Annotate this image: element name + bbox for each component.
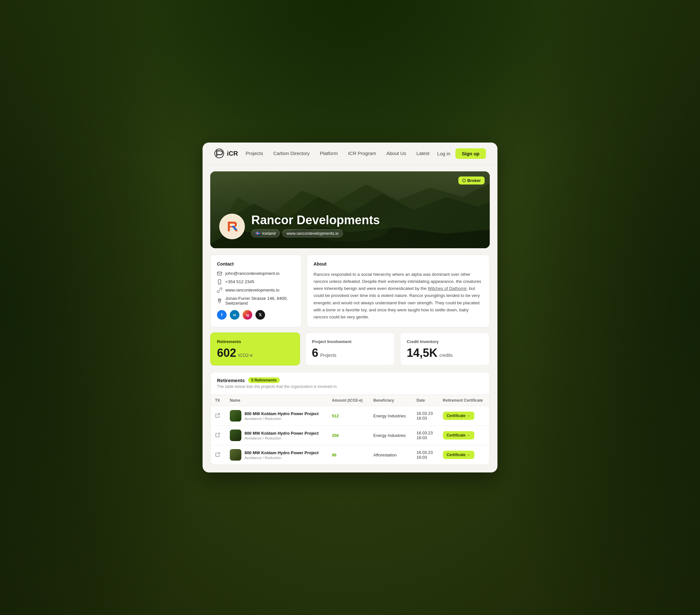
company-info: Rancor Developments 🇮🇸 Iceland www.ranco…: [251, 214, 380, 238]
project-type-3: Avoidance / Reduction: [245, 456, 318, 460]
phone-icon: [217, 279, 222, 284]
logo-icon: [214, 148, 224, 158]
facebook-icon[interactable]: f: [217, 310, 227, 320]
info-grid: Contact john@rancordevelopment.io +354 5…: [210, 255, 490, 328]
nav-latest[interactable]: Latest: [416, 151, 429, 156]
projects-label: Project Involvement: [312, 339, 388, 344]
email-icon: [217, 271, 222, 276]
projects-unit: Projects: [320, 353, 337, 358]
linkedin-icon[interactable]: in: [230, 310, 239, 320]
projects-number: 6: [312, 347, 318, 359]
amount-1: 512: [327, 406, 368, 426]
login-button[interactable]: Log in: [437, 151, 450, 156]
beneficiary-3: Afforestation: [369, 445, 412, 465]
location-tag: 🇮🇸 Iceland: [251, 229, 280, 238]
certificate-cell-3: Certificate →: [438, 445, 489, 465]
twitter-x-icon[interactable]: 𝕏: [255, 310, 265, 320]
certificate-cell-2: Certificate →: [438, 426, 489, 445]
hero-content: Rancor Developments 🇮🇸 Iceland www.ranco…: [219, 214, 380, 239]
certificate-cell-1: Certificate →: [438, 406, 489, 426]
social-icons: f in ig 𝕏: [217, 310, 295, 320]
date-1: 16.03.2316:03: [412, 406, 438, 426]
date-3: 16.03.2316:03: [412, 445, 438, 465]
col-certificate: Retirement Certificate: [438, 395, 489, 406]
navbar: iCR Projects Carbon Directory Platform I…: [202, 142, 498, 165]
table-body: 800 MW Koldam Hydro Power Project Avoida…: [211, 406, 489, 465]
project-type-1: Avoidance / Reduction: [245, 417, 318, 421]
about-card: About Rancors responded to a social hier…: [307, 255, 490, 328]
nav-icr-program[interactable]: ICR Program: [348, 151, 376, 156]
external-link-icon[interactable]: [215, 413, 220, 418]
signup-button[interactable]: Sign up: [455, 148, 486, 159]
svg-point-3: [217, 155, 217, 156]
location-icon: [217, 298, 222, 303]
col-date: Date: [412, 395, 438, 406]
hero-section: ⬡ Broker Rancor Developments 🇮🇸 Iceland: [210, 171, 490, 248]
credits-value: 14,5K credits: [407, 347, 483, 359]
amount-3: 96: [327, 445, 368, 465]
about-title: About: [313, 261, 483, 267]
nav-projects[interactable]: Projects: [246, 151, 263, 156]
contact-card: Contact john@rancordevelopment.io +354 5…: [210, 255, 302, 328]
retirements-number: 602: [217, 347, 236, 359]
broker-icon: ⬡: [462, 178, 466, 183]
col-name: Name: [225, 395, 327, 406]
company-avatar: [219, 214, 245, 239]
credits-stat: Credit Inventory 14,5K credits: [400, 333, 490, 366]
svg-point-13: [219, 299, 220, 301]
col-beneficiary: Beneficiary: [369, 395, 412, 406]
project-cell-3: 800 MW Koldam Hydro Power Project Avoida…: [225, 445, 327, 465]
tx-cell-3: [211, 445, 225, 465]
nav-carbon-directory[interactable]: Carbon Directory: [273, 151, 310, 156]
iceland-flag: 🇮🇸: [255, 231, 261, 236]
retirements-value: 602 tCO2-e: [217, 347, 293, 359]
retirements-section: Retirements 5 Retirements The table belo…: [210, 372, 490, 465]
credits-label: Credit Inventory: [407, 339, 483, 344]
website-tag[interactable]: www.rancordevelopments.io: [283, 229, 343, 238]
about-text: Rancors responded to a social hierarchy …: [313, 271, 483, 321]
beneficiary-2: Energy Industries: [369, 426, 412, 445]
nav-platform[interactable]: Platform: [320, 151, 338, 156]
contact-phone: +354 512 2345: [217, 279, 295, 284]
projects-value: 6 Projects: [312, 347, 388, 359]
table-head: TX Name Amount (tCO2-e) Beneficiary Date…: [211, 395, 489, 406]
retirements-title: Retirements: [217, 377, 245, 383]
project-cell-1: 800 MW Koldam Hydro Power Project Avoida…: [225, 406, 327, 426]
certificate-button-3[interactable]: Certificate →: [443, 451, 474, 459]
external-link-icon[interactable]: [215, 452, 220, 457]
col-tx: TX: [211, 395, 225, 406]
nav-actions: Log in Sign up: [437, 148, 486, 159]
instagram-icon[interactable]: ig: [242, 310, 252, 320]
tx-cell-2: [211, 426, 225, 445]
company-name: Rancor Developments: [251, 214, 380, 227]
retirements-title-row: Retirements 5 Retirements: [217, 377, 483, 383]
retirements-header: Retirements 5 Retirements The table belo…: [211, 372, 489, 395]
nav-about-us[interactable]: About Us: [386, 151, 406, 156]
col-amount: Amount (tCO2-e): [327, 395, 368, 406]
credits-number: 14,5K: [407, 347, 438, 359]
svg-rect-10: [217, 272, 222, 275]
logo-text: iCR: [227, 150, 238, 157]
certificate-button-2[interactable]: Certificate →: [443, 431, 474, 439]
table-row: 800 MW Koldam Hydro Power Project Avoida…: [211, 445, 489, 465]
project-name-1: 800 MW Koldam Hydro Power Project: [245, 411, 318, 416]
table-wrapper: TX Name Amount (tCO2-e) Beneficiary Date…: [211, 395, 489, 464]
project-cell-2: 800 MW Koldam Hydro Power Project Avoida…: [225, 426, 327, 445]
logo[interactable]: iCR: [214, 148, 238, 158]
external-link-icon[interactable]: [215, 433, 220, 437]
contact-website[interactable]: www.rancordevelopments.io: [217, 287, 295, 293]
credits-unit: credits: [439, 353, 452, 358]
main-card: iCR Projects Carbon Directory Platform I…: [202, 142, 498, 473]
date-2: 16.03.2316:03: [412, 426, 438, 445]
retirements-badge: 5 Retirements: [248, 377, 280, 383]
body-content: Contact john@rancordevelopment.io +354 5…: [202, 255, 498, 473]
beneficiary-1: Energy Industries: [369, 406, 412, 426]
retirements-stat: Retirements 602 tCO2-e: [210, 333, 300, 366]
broker-badge: ⬡ Broker: [458, 177, 485, 184]
certificate-button-1[interactable]: Certificate →: [443, 412, 474, 420]
project-thumb-1: [230, 410, 241, 422]
contact-address: Jonas-Furrer Strasse 146, 8400, Switzerl…: [217, 296, 295, 306]
about-link[interactable]: Witches of Dathomir: [428, 286, 467, 291]
project-type-2: Avoidance / Reduction: [245, 436, 318, 440]
project-name-3: 800 MW Koldam Hydro Power Project: [245, 450, 318, 455]
